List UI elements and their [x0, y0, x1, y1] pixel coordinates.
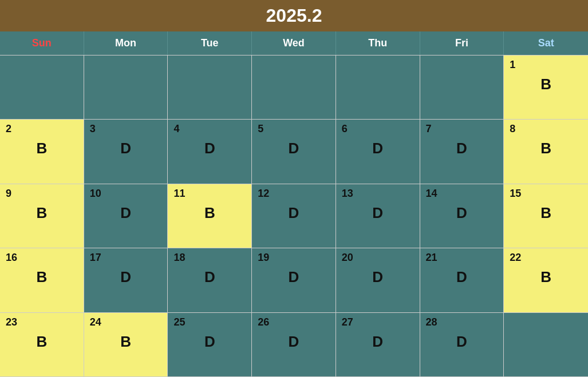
calendar-cell: 9B	[0, 184, 84, 248]
day-label: D	[342, 140, 414, 157]
calendar-cell: 15B	[504, 184, 588, 248]
day-label: D	[426, 333, 498, 351]
calendar-grid: 1B2B3D4D5D6D7D8B9B10D11B12D13D14D15B16B1…	[0, 55, 588, 377]
weekday-wed: Wed	[252, 31, 336, 55]
calendar-cell: 6D	[336, 120, 420, 184]
day-number: 10	[90, 188, 162, 200]
day-number: 19	[258, 252, 330, 264]
day-number: 13	[342, 188, 414, 200]
calendar-cell: 27D	[336, 313, 420, 377]
day-number: 15	[510, 188, 582, 200]
calendar-cell	[0, 55, 84, 120]
day-number: 5	[258, 123, 330, 135]
calendar-cell	[336, 55, 420, 120]
day-label: B	[510, 140, 582, 157]
day-number: 3	[90, 123, 162, 135]
calendar-cell: 4D	[168, 120, 252, 184]
day-label: D	[258, 204, 330, 222]
weekday-sat: Sat	[504, 31, 588, 55]
day-number: 24	[90, 316, 162, 328]
day-label: D	[258, 140, 330, 157]
calendar-cell: 13D	[336, 184, 420, 248]
day-label: B	[6, 268, 78, 286]
day-number: 14	[426, 188, 498, 200]
day-label: B	[6, 204, 78, 222]
day-label: D	[342, 268, 414, 286]
calendar-cell	[504, 313, 588, 377]
day-number: 7	[426, 123, 498, 135]
day-label: B	[510, 204, 582, 222]
day-number: 4	[173, 123, 246, 135]
day-number: 9	[6, 188, 78, 200]
day-label: D	[173, 140, 246, 157]
day-label: B	[6, 333, 78, 351]
day-label: D	[342, 333, 414, 351]
day-number: 6	[342, 123, 414, 135]
weekday-mon: Mon	[84, 31, 168, 55]
weekday-sun: Sun	[0, 31, 84, 55]
calendar-cell: 18D	[168, 248, 252, 312]
day-label: B	[6, 140, 78, 157]
day-number: 23	[6, 316, 78, 328]
day-label: B	[173, 204, 246, 222]
day-number: 1	[510, 59, 582, 71]
day-label: D	[426, 204, 498, 222]
calendar-cell: 19D	[252, 248, 336, 312]
day-number: 22	[510, 252, 582, 264]
calendar-cell: 8B	[504, 120, 588, 184]
day-label: D	[90, 140, 162, 157]
calendar-cell: 3D	[84, 120, 168, 184]
day-label: D	[90, 204, 162, 222]
calendar-cell	[420, 55, 504, 120]
calendar-cell: 11B	[168, 184, 252, 248]
day-label: D	[342, 204, 414, 222]
day-number: 11	[173, 188, 246, 200]
day-label: B	[510, 268, 582, 286]
day-number: 8	[510, 123, 582, 135]
weekdays-row: SunMonTueWedThuFriSat	[0, 31, 588, 55]
calendar-cell: 20D	[336, 248, 420, 312]
calendar-cell: 14D	[420, 184, 504, 248]
day-number: 28	[426, 316, 498, 328]
day-number: 12	[258, 188, 330, 200]
calendar-title: 2025.2	[266, 5, 322, 26]
day-label: D	[173, 268, 246, 286]
day-number: 2	[6, 123, 78, 135]
calendar-cell: 23B	[0, 313, 84, 377]
calendar-cell: 22B	[504, 248, 588, 312]
weekday-tue: Tue	[168, 31, 252, 55]
calendar-cell: 7D	[420, 120, 504, 184]
day-number: 18	[173, 252, 246, 264]
day-label: D	[426, 140, 498, 157]
day-number: 20	[342, 252, 414, 264]
calendar-cell: 10D	[84, 184, 168, 248]
day-number: 17	[90, 252, 162, 264]
day-number: 21	[426, 252, 498, 264]
calendar-cell: 5D	[252, 120, 336, 184]
day-label: D	[258, 333, 330, 351]
calendar-cell: 24B	[84, 313, 168, 377]
day-number: 16	[6, 252, 78, 264]
day-label: B	[510, 76, 582, 93]
weekday-thu: Thu	[336, 31, 420, 55]
weekday-fri: Fri	[420, 31, 504, 55]
day-label: D	[173, 333, 246, 351]
day-label: D	[90, 268, 162, 286]
day-label: B	[90, 333, 162, 351]
calendar-cell: 2B	[0, 120, 84, 184]
day-number: 27	[342, 316, 414, 328]
day-label: D	[426, 268, 498, 286]
calendar-cell: 28D	[420, 313, 504, 377]
day-number: 26	[258, 316, 330, 328]
calendar-cell: 17D	[84, 248, 168, 312]
calendar-cell: 16B	[0, 248, 84, 312]
calendar-cell: 25D	[168, 313, 252, 377]
calendar-cell	[252, 55, 336, 120]
day-number: 25	[173, 316, 246, 328]
calendar-cell	[168, 55, 252, 120]
calendar: 2025.2 SunMonTueWedThuFriSat 1B2B3D4D5D6…	[0, 0, 588, 377]
day-label: D	[258, 268, 330, 286]
calendar-cell: 21D	[420, 248, 504, 312]
calendar-cell: 26D	[252, 313, 336, 377]
calendar-cell: 12D	[252, 184, 336, 248]
